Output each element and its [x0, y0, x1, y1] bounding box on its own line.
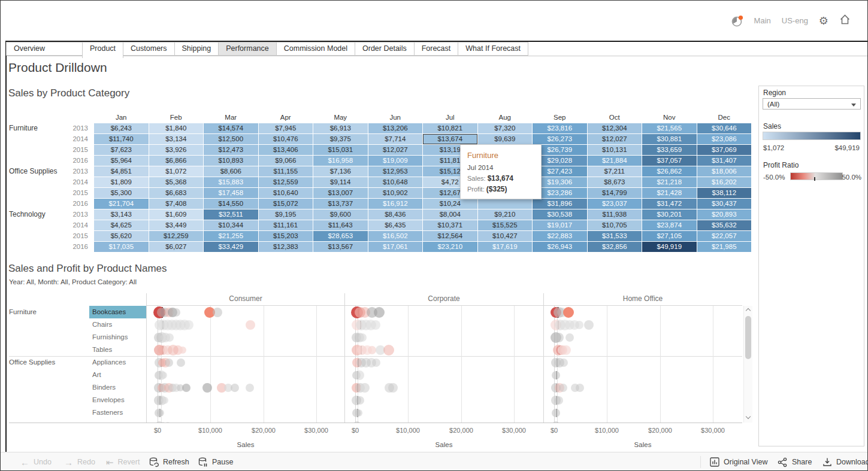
heatmap-cell[interactable]: $1,609: [149, 209, 204, 220]
product-mark[interactable]: [554, 333, 564, 342]
heatmap-cell[interactable]: $15,031: [313, 145, 368, 155]
heatmap-cell[interactable]: $12,564: [423, 231, 477, 241]
heatmap-cell[interactable]: $23,086: [697, 134, 752, 144]
product-mark[interactable]: [372, 358, 380, 367]
heatmap-cell[interactable]: $35,632: [697, 220, 752, 230]
heatmap-cell[interactable]: $3,134: [149, 134, 204, 144]
product-mark[interactable]: [161, 397, 168, 404]
heatmap-cell[interactable]: $7,136: [313, 166, 368, 177]
heatmap-cell[interactable]: $5,368: [149, 177, 204, 187]
heatmap-cell[interactable]: $13,206: [368, 123, 423, 133]
heatmap-cell[interactable]: $38,112: [697, 188, 752, 198]
heatmap-cell[interactable]: $10,427: [478, 231, 533, 241]
product-mark[interactable]: [559, 358, 568, 367]
heatmap-cell[interactable]: $7,714: [368, 134, 423, 144]
subcategory-art[interactable]: Art: [89, 369, 146, 381]
heatmap-cell[interactable]: $12,027: [368, 145, 423, 155]
heatmap-cell[interactable]: $33,429: [204, 242, 258, 252]
product-mark[interactable]: [555, 396, 563, 405]
heatmap-cell[interactable]: $15,072: [259, 199, 313, 209]
heatmap-cell[interactable]: $6,435: [368, 220, 423, 230]
original-view-button[interactable]: Original View: [710, 452, 767, 471]
heatmap-cell[interactable]: $10,476: [259, 134, 313, 144]
product-mark[interactable]: [559, 384, 567, 392]
product-mark[interactable]: [177, 358, 185, 367]
tab-what-if-forecast[interactable]: What If Forecast: [458, 42, 528, 56]
heatmap-cell[interactable]: $23,816: [533, 123, 587, 133]
heatmap-cell[interactable]: $32,856: [588, 242, 642, 252]
heatmap-cell[interactable]: $12,473: [204, 145, 258, 155]
heatmap-cell[interactable]: $19,017: [533, 220, 587, 230]
heatmap-cell[interactable]: $10,893: [204, 156, 258, 166]
heatmap-cell[interactable]: $16,958: [313, 156, 368, 166]
heatmap-cell[interactable]: $10,24: [423, 199, 477, 209]
heatmap-cell[interactable]: $17,458: [204, 188, 258, 198]
heatmap-cell[interactable]: $7,945: [259, 123, 313, 133]
tab-forecast[interactable]: Forecast: [414, 42, 459, 56]
product-mark[interactable]: [213, 308, 222, 317]
scrollbar-up-button[interactable]: [744, 306, 752, 315]
heatmap-cell[interactable]: $17,619: [478, 242, 533, 252]
heatmap-cell[interactable]: $7,623: [94, 145, 149, 155]
heatmap-cell[interactable]: [478, 199, 533, 209]
heatmap-cell[interactable]: $6,243: [94, 123, 149, 133]
subcategory-furnishings[interactable]: Furnishings: [89, 331, 146, 344]
product-mark[interactable]: [246, 320, 255, 330]
heatmap-cell[interactable]: $9,639: [478, 134, 533, 144]
subcategory-binders[interactable]: Binders: [89, 381, 146, 394]
heatmap-cell[interactable]: $19,009: [368, 156, 423, 166]
product-mark[interactable]: [356, 396, 364, 405]
share-button[interactable]: Share: [778, 452, 812, 471]
heatmap-cell[interactable]: $16,202: [697, 177, 752, 187]
tab-product[interactable]: Product: [82, 42, 123, 58]
heatmap-cell[interactable]: $22,883: [533, 231, 587, 241]
heatmap-cell[interactable]: $12,304: [588, 123, 642, 133]
heatmap-cell[interactable]: $27,105: [642, 231, 697, 241]
locale-link[interactable]: US-eng: [782, 16, 808, 25]
heatmap-cell[interactable]: $21,218: [642, 177, 697, 187]
heatmap-cell[interactable]: $10,902: [368, 188, 423, 198]
product-mark[interactable]: [184, 320, 193, 330]
heatmap-cell[interactable]: $8,004: [423, 209, 477, 220]
main-menu-link[interactable]: Main: [754, 16, 771, 25]
heatmap-cell[interactable]: $6,866: [149, 156, 204, 166]
heatmap-cell[interactable]: $23,037: [588, 199, 642, 209]
subcategory-tables[interactable]: Tables: [89, 344, 146, 356]
heatmap-cell[interactable]: $12,383: [259, 242, 313, 252]
heatmap-cell[interactable]: $12,027: [588, 134, 642, 144]
heatmap-cell[interactable]: $13,674: [423, 134, 477, 144]
heatmap-cell[interactable]: $26,273: [533, 134, 587, 144]
product-mark[interactable]: [355, 370, 364, 380]
heatmap-cell[interactable]: $5,620: [94, 231, 149, 241]
heatmap-cell[interactable]: $26,943: [533, 242, 587, 252]
heatmap-cell[interactable]: $10,821: [423, 123, 477, 133]
product-mark[interactable]: [157, 409, 164, 417]
heatmap-cell[interactable]: $16,912: [368, 199, 423, 209]
product-mark[interactable]: [552, 409, 560, 417]
tab-performance[interactable]: Performance: [218, 42, 277, 56]
heatmap-cell[interactable]: $33,659: [642, 145, 697, 155]
heatmap-cell[interactable]: $1,072: [149, 166, 204, 177]
heatmap-cell[interactable]: $11,643: [313, 220, 368, 230]
heatmap-cell[interactable]: $11,938: [588, 209, 642, 220]
heatmap-cell[interactable]: $12,259: [149, 231, 204, 241]
product-mark[interactable]: [552, 421, 560, 423]
product-mark[interactable]: [368, 346, 376, 354]
heatmap-cell[interactable]: $23,874: [642, 220, 697, 230]
pause-button[interactable]: Pause: [198, 452, 233, 471]
product-mark[interactable]: [202, 383, 212, 393]
heatmap-cell[interactable]: $3,926: [149, 145, 204, 155]
tab-customers[interactable]: Customers: [123, 42, 174, 56]
undo-button[interactable]: ←Undo: [20, 452, 52, 471]
heatmap-cell[interactable]: $30,881: [642, 134, 697, 144]
product-mark[interactable]: [360, 383, 370, 393]
product-mark[interactable]: [358, 333, 367, 342]
heatmap-cell[interactable]: $37,057: [642, 156, 697, 166]
revert-button[interactable]: ⇤Revert: [106, 452, 140, 471]
heatmap-cell[interactable]: $7,211: [588, 166, 642, 177]
heatmap-cell[interactable]: $12,559: [259, 177, 313, 187]
product-mark[interactable]: [371, 320, 380, 330]
tab-commission-model[interactable]: Commission Model: [276, 42, 355, 56]
heatmap-cell[interactable]: $9,066: [259, 156, 313, 166]
heatmap-cell[interactable]: $13,567: [313, 242, 368, 252]
